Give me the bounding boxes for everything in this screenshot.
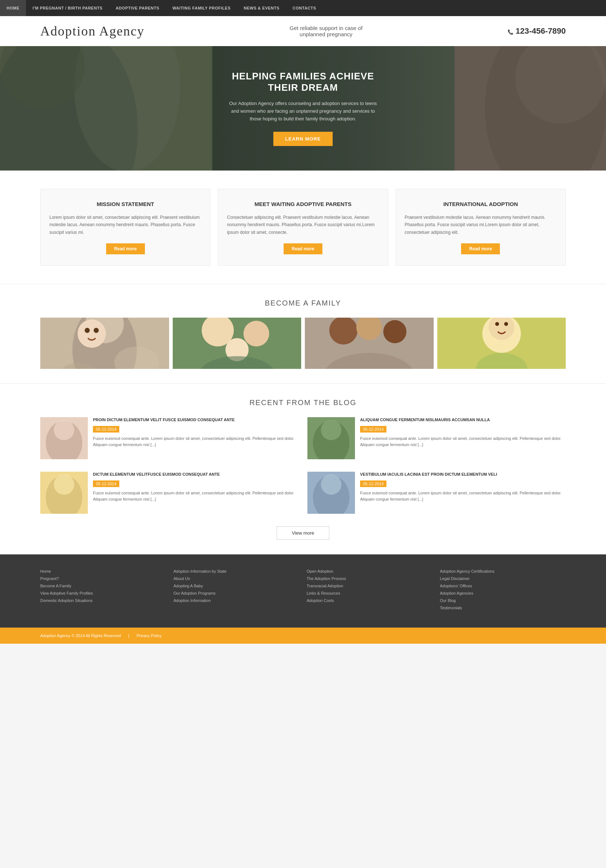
- footer-link-adoption-agencies[interactable]: Adoption Agencies: [440, 591, 566, 595]
- copyright: Adoption Agency © 2014 All Rights Reserv…: [40, 634, 121, 638]
- family-image-3: [305, 318, 434, 369]
- svg-point-35: [54, 420, 74, 440]
- footer-link-view-adoptive-family-profiles[interactable]: View Adoptive Family Profiles: [40, 591, 166, 595]
- footer-links: HomePregnant?Become A FamilyView Adoptiv…: [0, 554, 606, 628]
- card-title-0: MISSION STATEMENT: [50, 200, 201, 208]
- read-more-button-0[interactable]: Read more: [106, 243, 145, 254]
- blog-date-2: 05-12-2014: [93, 480, 119, 487]
- footer-bottom: Adoption Agency © 2014 All Rights Reserv…: [0, 628, 606, 644]
- family-section: BECOME A FAMILY: [0, 284, 606, 383]
- footer-link-adoption-information[interactable]: Adoption Information: [174, 598, 299, 603]
- footer-col-0: HomePregnant?Become A FamilyView Adoptiv…: [40, 569, 166, 613]
- svg-point-24: [383, 320, 406, 343]
- footer-link-adopting-a-baby[interactable]: Adopting A Baby: [174, 584, 299, 588]
- footer-divider: |: [128, 634, 129, 638]
- svg-point-38: [321, 420, 341, 440]
- svg-point-41: [54, 474, 74, 495]
- footer-link-adoption-costs[interactable]: Adoption Costs: [307, 598, 432, 603]
- site-header: Adoption Agency Get reliable support in …: [0, 16, 606, 46]
- blog-post-0: PROIN DICTUM ELEMENTUM VELIT FUSCE EUISM…: [40, 417, 299, 459]
- phone-number: 123-456-7890: [516, 26, 566, 36]
- footer-link-pregnant-[interactable]: Pregnant?: [40, 577, 166, 581]
- card-text-2: Praesent vestibulum molestie lacus. Aene…: [405, 214, 556, 236]
- blog-post-1: ALIQUAM CONGUE FERMENTUM NISLMAURIS ACCU…: [307, 417, 566, 459]
- svg-point-13: [85, 328, 90, 333]
- hero-description: Our Adoption Agency offers counseling an…: [226, 100, 380, 122]
- footer-link-adoption-agency-certifications[interactable]: Adoption Agency Certifications: [440, 569, 566, 574]
- footer-link-open-adoption[interactable]: Open Adoption: [307, 569, 432, 574]
- read-more-button-2[interactable]: Read more: [461, 243, 500, 254]
- footer-link-the-adoption-process[interactable]: The Adoption Process: [307, 577, 432, 581]
- hero-cta-button[interactable]: LEARN MORE: [273, 132, 332, 146]
- blog-text-1: Fusce euismod consequat ante. Lorem ipsu…: [360, 436, 566, 448]
- svg-point-32: [504, 322, 508, 326]
- nav-item-home[interactable]: HOME: [0, 0, 26, 16]
- blog-thumb-1: [307, 417, 355, 459]
- nav-item-contacts[interactable]: CONTACTS: [286, 0, 323, 16]
- footer-link-become-a-family[interactable]: Become A Family: [40, 584, 166, 588]
- svg-point-18: [243, 321, 269, 347]
- footer-link-about-us[interactable]: About Us: [174, 577, 299, 581]
- nav-item-news---events[interactable]: NEWS & EVENTS: [237, 0, 286, 16]
- hero-title: HELPING FAMILIES ACHIEVE THEIR DREAM: [226, 71, 380, 93]
- cards-section: MISSION STATEMENT Lorem ipsum dolor sit …: [0, 170, 606, 284]
- blog-date-3: 05-12-2014: [360, 480, 386, 487]
- nav-item-i-m-pregnant---birth-parents[interactable]: I'M PREGNANT / BIRTH PARENTS: [26, 0, 109, 16]
- family-image-1: [40, 318, 169, 369]
- footer-link-links---resources[interactable]: Links & Resources: [307, 591, 432, 595]
- tagline: Get reliable support in case of unplanne…: [282, 25, 370, 37]
- footer-link-testimonials[interactable]: Testimonials: [440, 606, 566, 610]
- footer-link-our-blog[interactable]: Our Blog: [440, 598, 566, 603]
- card-text-0: Lorem ipsum dolor sit amet, consectetuer…: [50, 214, 201, 236]
- blog-post-3: VESTIBULUM IACULIS LACINIA EST PROIN DIC…: [307, 472, 566, 514]
- read-more-button-1[interactable]: Read more: [284, 243, 322, 254]
- phone-icon: 📞: [508, 29, 513, 35]
- blog-title-0: PROIN DICTUM ELEMENTUM VELIT FUSCE EUISM…: [93, 417, 299, 423]
- blog-section: RECENT FROM THE BLOG PROIN DICTUM ELEMEN…: [0, 383, 606, 554]
- svg-point-14: [94, 328, 99, 333]
- nav-item-waiting-family-profiles[interactable]: WAITING FAMILY PROFILES: [166, 0, 237, 16]
- blog-thumb-2: [40, 472, 88, 514]
- nav-item-adoptive-parents[interactable]: ADOPTIVE PARENTS: [109, 0, 166, 16]
- card-2: INTERNATIONAL ADOPTION Praesent vestibul…: [395, 189, 566, 266]
- hero-content: HELPING FAMILIES ACHIEVE THEIR DREAM Our…: [226, 71, 380, 146]
- view-more-area: View more: [40, 526, 566, 540]
- footer-link-legal-disclaimer[interactable]: Legal Disclaimer: [440, 577, 566, 581]
- blog-date-1: 05-12-2014: [360, 426, 386, 432]
- card-0: MISSION STATEMENT Lorem ipsum dolor sit …: [40, 189, 211, 266]
- footer-link-transracial-adoption[interactable]: Transracial Adoption: [307, 584, 432, 588]
- svg-point-31: [495, 322, 499, 326]
- blog-content-2: DICTUM ELEMENTUM VELITFUSCE EUISMOD CONS…: [93, 472, 299, 514]
- blog-grid: PROIN DICTUM ELEMENTUM VELIT FUSCE EUISM…: [40, 417, 566, 518]
- main-navigation: HOMEI'M PREGNANT / BIRTH PARENTSADOPTIVE…: [0, 0, 606, 16]
- blog-thumb-3: [307, 472, 355, 514]
- blog-title-1: ALIQUAM CONGUE FERMENTUM NISLMAURIS ACCU…: [360, 417, 566, 423]
- footer-link-domestic-adoption-situations[interactable]: Domestic Adoption Situations: [40, 598, 166, 603]
- svg-point-12: [77, 319, 106, 348]
- card-text-1: Consectetuer adipiscing elit. Praesent v…: [227, 214, 379, 236]
- view-more-button[interactable]: View more: [277, 526, 329, 540]
- blog-text-0: Fusce euismod consequat ante. Lorem ipsu…: [93, 436, 299, 448]
- footer-link-adoptions--offices[interactable]: Adoptions' Offices: [440, 584, 566, 588]
- cards-row: MISSION STATEMENT Lorem ipsum dolor sit …: [40, 189, 566, 266]
- footer-link-our-adoption-programs[interactable]: Our Adoption Programs: [174, 591, 299, 595]
- blog-title-3: VESTIBULUM IACULIS LACINIA EST PROIN DIC…: [360, 472, 566, 477]
- blog-content-3: VESTIBULUM IACULIS LACINIA EST PROIN DIC…: [360, 472, 566, 514]
- footer-link-adoption-information-by-state[interactable]: Adoption Information by State: [174, 569, 299, 574]
- footer-col-1: Adoption Information by StateAbout UsAdo…: [174, 569, 299, 613]
- footer-link-home[interactable]: Home: [40, 569, 166, 574]
- blog-title-2: DICTUM ELEMENTUM VELITFUSCE EUISMOD CONS…: [93, 472, 299, 477]
- phone-area: 📞123-456-7890: [508, 26, 566, 36]
- footer-col-2: Open AdoptionThe Adoption ProcessTransra…: [307, 569, 432, 613]
- blog-content-1: ALIQUAM CONGUE FERMENTUM NISLMAURIS ACCU…: [360, 417, 566, 459]
- blog-post-2: DICTUM ELEMENTUM VELITFUSCE EUISMOD CONS…: [40, 472, 299, 514]
- family-grid: [40, 318, 566, 369]
- privacy-link[interactable]: Privacy Policy: [136, 634, 161, 638]
- family-image-2: [173, 318, 302, 369]
- family-section-title: BECOME A FAMILY: [40, 299, 566, 307]
- blog-section-title: RECENT FROM THE BLOG: [40, 398, 566, 407]
- blog-content-0: PROIN DICTUM ELEMENTUM VELIT FUSCE EUISM…: [93, 417, 299, 459]
- footer-col-3: Adoption Agency CertificationsLegal Disc…: [440, 569, 566, 613]
- hero-section: HELPING FAMILIES ACHIEVE THEIR DREAM Our…: [0, 46, 606, 170]
- blog-thumb-0: [40, 417, 88, 459]
